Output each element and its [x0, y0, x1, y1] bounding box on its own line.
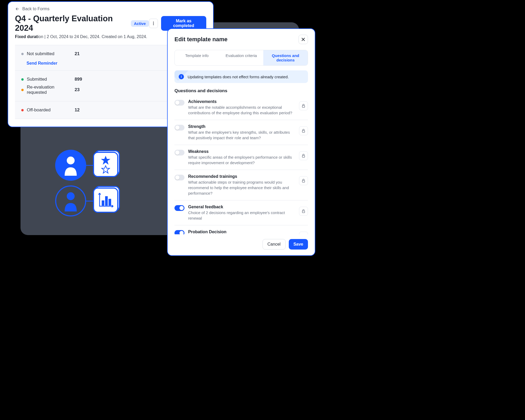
svg-rect-11 [302, 180, 305, 182]
svg-rect-8 [302, 106, 305, 107]
svg-rect-3 [105, 196, 108, 206]
status-badge: Active [131, 20, 149, 27]
toggle-2[interactable] [174, 150, 184, 155]
connector-line [86, 165, 93, 166]
toggle-4[interactable] [174, 205, 184, 211]
page-title: Q4 - Quarterly Evaluation 2024 [15, 14, 127, 33]
lock-open-icon [301, 209, 306, 213]
question-item: General feedbackChoice of 2 decisions re… [174, 200, 308, 225]
question-title: Probation Decision [188, 230, 295, 234]
status-dot-icon [21, 53, 24, 55]
lock-button[interactable] [299, 232, 308, 234]
cancel-button[interactable]: Cancel [262, 239, 286, 250]
more-vertical-icon [151, 21, 156, 25]
question-title: Strength [188, 124, 295, 129]
chart-tile-icon [93, 188, 118, 213]
info-alert: i Updating templates does not effect for… [174, 70, 308, 83]
toggle-3[interactable] [174, 175, 184, 180]
svg-rect-12 [302, 211, 305, 213]
modal-title: Edit template name [174, 36, 228, 43]
question-desc: Choice of 2 decisions regarding an emplo… [188, 210, 295, 221]
status-dot-icon [21, 89, 24, 91]
question-item: Probation DecisionChoice of 3 Decisions … [174, 225, 308, 234]
question-title: Recommended trainings [188, 174, 295, 179]
question-title: Achievements [188, 99, 295, 104]
question-item: AchievementsWhat are the notable accompl… [174, 98, 308, 120]
toggle-0[interactable] [174, 100, 184, 106]
tab-questions-decisions[interactable]: Questions and decisions [263, 50, 308, 65]
svg-point-5 [153, 22, 154, 23]
back-label: Back to Forms [22, 7, 49, 11]
svg-rect-9 [302, 131, 305, 132]
alert-text: Updating templates does not effect forms… [188, 75, 289, 79]
connector-line [86, 201, 93, 201]
more-menu-button[interactable] [149, 19, 158, 28]
avatar-icon [55, 150, 86, 181]
status-dot-icon [21, 109, 24, 111]
question-item: StrengthWhat are the employee's key stre… [174, 120, 308, 145]
question-title: Weakness [188, 149, 295, 154]
lock-button[interactable] [299, 126, 308, 135]
status-dot-icon [21, 78, 24, 81]
question-item: Recommended trainingsWhat actionable ste… [174, 170, 308, 200]
question-desc: What actionable steps or training progra… [188, 179, 295, 196]
question-item: WeaknessWhat specific areas of the emplo… [174, 145, 308, 170]
arrow-left-icon [15, 7, 20, 11]
avatar-outline-icon [55, 185, 86, 216]
lock-open-icon [301, 129, 306, 133]
question-desc: What specific areas of the employee's pe… [188, 154, 295, 165]
lock-open-icon [301, 179, 306, 183]
illustration [55, 150, 126, 213]
svg-rect-2 [102, 200, 104, 206]
lock-button[interactable] [299, 151, 308, 160]
svg-point-7 [153, 24, 154, 25]
lock-button[interactable] [299, 207, 308, 216]
info-icon: i [179, 74, 184, 79]
lock-button[interactable] [299, 101, 308, 110]
svg-rect-4 [109, 199, 111, 206]
tab-template-info[interactable]: Template info [175, 50, 219, 65]
section-heading: Questions and decisions [174, 88, 308, 94]
question-title: General feedback [188, 205, 295, 209]
svg-point-0 [67, 157, 75, 164]
save-button[interactable]: Save [289, 239, 308, 250]
toggle-5[interactable] [174, 230, 184, 234]
lock-open-icon [301, 104, 306, 108]
close-icon [301, 37, 305, 42]
lock-open-icon [301, 154, 306, 158]
star-tile-icon [93, 152, 118, 177]
edit-template-modal: Edit template name Template info Evaluat… [167, 28, 315, 256]
svg-point-1 [67, 192, 75, 200]
back-link[interactable]: Back to Forms [15, 7, 206, 11]
question-desc: What are the employee's key strengths, s… [188, 129, 295, 141]
modal-tabs: Template info Evaluation criteria Questi… [174, 50, 308, 66]
lock-button[interactable] [299, 176, 308, 185]
tab-evaluation-criteria[interactable]: Evaluation criteria [219, 50, 264, 65]
toggle-1[interactable] [174, 125, 184, 131]
close-button[interactable] [298, 35, 308, 44]
svg-point-6 [153, 23, 154, 24]
question-list: AchievementsWhat are the notable accompl… [174, 98, 308, 234]
question-desc: What are the notable accomplishments or … [188, 105, 295, 116]
svg-rect-10 [302, 155, 305, 157]
